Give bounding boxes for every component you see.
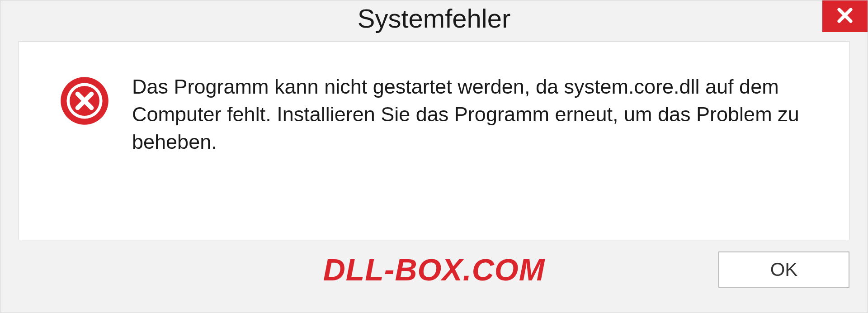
content-panel: Das Programm kann nicht gestartet werden… — [19, 41, 849, 240]
dialog-title: Systemfehler — [358, 3, 510, 33]
error-dialog: Systemfehler Das Programm kann nicht ges… — [0, 0, 868, 313]
footer: DLL-BOX.COM OK — [0, 240, 868, 313]
close-icon — [835, 5, 855, 27]
error-message: Das Programm kann nicht gestartet werden… — [132, 73, 817, 156]
close-button[interactable] — [822, 0, 868, 32]
titlebar: Systemfehler — [0, 0, 868, 41]
watermark-text: DLL-BOX.COM — [323, 252, 545, 287]
ok-button[interactable]: OK — [718, 251, 849, 288]
error-icon — [60, 76, 109, 126]
